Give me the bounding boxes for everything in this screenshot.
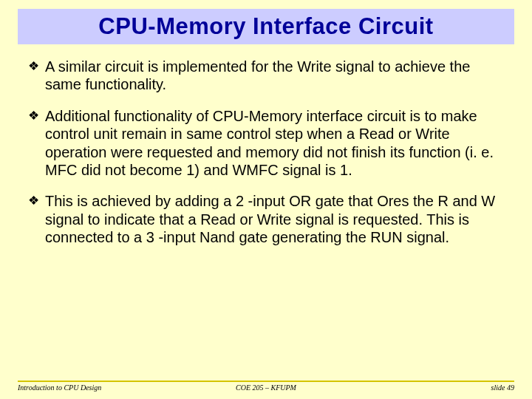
bullet-text: This is achieved by adding a 2 -input OR… [45, 192, 507, 246]
bullet-text: A similar circuit is implemented for the… [45, 58, 507, 94]
title-bar: CPU-Memory Interface Circuit [18, 9, 514, 44]
bullet-item: ❖ This is achieved by adding a 2 -input … [28, 192, 507, 246]
diamond-bullet-icon: ❖ [28, 109, 39, 181]
footer-center: COE 205 – KFUPM [183, 381, 349, 392]
footer-divider [18, 381, 514, 382]
slide-footer: Introduction to CPU Design COE 205 – KFU… [0, 381, 532, 392]
slide-title: CPU-Memory Interface Circuit [18, 13, 514, 40]
slide-content: ❖ A similar circuit is implemented for t… [0, 58, 532, 247]
diamond-bullet-icon: ❖ [28, 194, 39, 248]
diamond-bullet-icon: ❖ [28, 59, 39, 95]
footer-right: slide 49 [349, 381, 514, 392]
bullet-text: Additional functionality of CPU-Memory i… [45, 107, 507, 180]
bullet-item: ❖ Additional functionality of CPU-Memory… [28, 107, 507, 180]
footer-left: Introduction to CPU Design [18, 381, 183, 392]
bullet-item: ❖ A similar circuit is implemented for t… [28, 58, 507, 94]
